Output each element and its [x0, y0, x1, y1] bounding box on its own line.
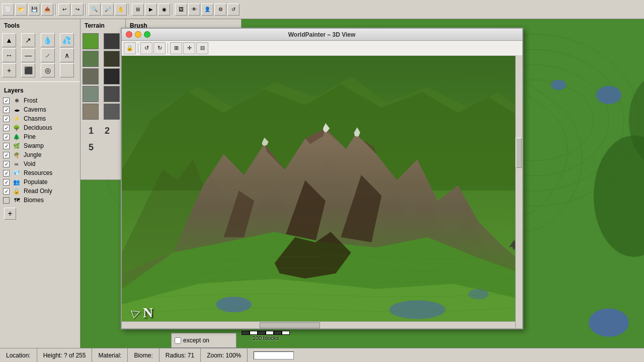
undo-btn[interactable]: ↩	[58, 4, 70, 16]
terrain-tile-grass[interactable]	[83, 33, 99, 49]
deciduous-checkbox[interactable]: ✓	[3, 125, 10, 131]
target-tool[interactable]: ◎	[41, 63, 55, 77]
terrain-tile-dark[interactable]	[104, 33, 120, 49]
player-btn[interactable]: 👤	[201, 4, 213, 16]
origin-btn[interactable]: ◉	[158, 4, 170, 16]
layer-biomes[interactable]: 🗺 Biomes	[0, 196, 80, 205]
pan-btn[interactable]: ✋	[115, 4, 127, 16]
slope-tool[interactable]: ⟋	[41, 48, 55, 62]
refresh-btn[interactable]: ↺	[227, 4, 239, 16]
zoom-out-icon: 🔎	[105, 7, 111, 12]
top-toolbar: ⬜ 📂 💾 📤 ↩ ↪ 🔍 🔎 ✋ ⊞ ▶ ◉ 🖼 👁 👤	[0, 0, 644, 19]
view-btn[interactable]: 🖼	[175, 4, 187, 16]
layer-jungle[interactable]: ✓ 🌴 Jungle	[0, 150, 80, 159]
render-btn[interactable]: ▶	[145, 4, 157, 16]
frost-checkbox[interactable]: ✓	[3, 98, 10, 104]
layer-frost[interactable]: ✓ ❄ Frost	[0, 96, 80, 105]
window-maximize-btn[interactable]	[144, 31, 150, 38]
terrain-tile-darkrock[interactable]	[104, 51, 120, 67]
raise-tool[interactable]: ▲	[2, 33, 16, 47]
vertical-scrollbar[interactable]	[515, 56, 522, 328]
preview-btn[interactable]: 👁	[188, 4, 200, 16]
terrain-tile-darkstone[interactable]	[104, 68, 120, 84]
terrain-num-1[interactable]: 1	[85, 124, 98, 138]
zoom-in-btn[interactable]: 🔍	[89, 4, 101, 16]
reset-view-btn[interactable]: ↺	[140, 42, 152, 54]
layer-chasms[interactable]: ✓ ⚡ Chasms	[0, 114, 80, 123]
rotate-view-btn[interactable]: ↻	[153, 42, 166, 54]
terrain-tile-sand[interactable]	[83, 104, 99, 120]
window-minimize-btn[interactable]	[135, 31, 141, 38]
layers-view-btn[interactable]: ⊟	[196, 42, 208, 54]
new-btn[interactable]: ⬜	[2, 4, 14, 16]
horizontal-scrollbar[interactable]	[122, 321, 515, 328]
resources-checkbox[interactable]: ✓	[3, 170, 10, 176]
scale-block-3	[258, 331, 266, 335]
raise-smooth-tool[interactable]: ↗	[21, 33, 35, 47]
status-bar: Location: Height: ? of 255 Material: Bio…	[0, 348, 644, 362]
open-btn[interactable]: 📂	[15, 4, 27, 16]
layer-pine[interactable]: ✓ 🌲 Pine	[0, 132, 80, 141]
lock-btn[interactable]: 🔒	[124, 42, 136, 54]
paint-alt-tool[interactable]: 💦	[60, 33, 74, 47]
jungle-checkbox[interactable]: ✓	[3, 152, 10, 158]
scrollbar-thumb[interactable]	[516, 138, 522, 168]
terrain-tile-cobble2[interactable]	[104, 104, 120, 120]
terrain-tile-cobble[interactable]	[104, 86, 120, 102]
paint-icon: 💧	[43, 36, 52, 44]
layer-readonly[interactable]: ✓ 🔒 Read Only	[0, 187, 80, 196]
hscrollbar-thumb[interactable]	[260, 322, 320, 328]
swamp-checkbox[interactable]: ✓	[3, 143, 10, 149]
compass-arrow-icon: ▷	[130, 305, 142, 320]
layer-swamp[interactable]: ✓ 🌿 Swamp	[0, 141, 80, 150]
layer-caverns[interactable]: ✓ 🕳 Caverns	[0, 105, 80, 114]
readonly-checkbox[interactable]: ✓	[3, 188, 10, 195]
zoom-out-btn[interactable]: 🔎	[102, 4, 114, 16]
redo-btn[interactable]: ↪	[71, 4, 84, 16]
chasms-checkbox[interactable]: ✓	[3, 116, 10, 122]
smooth-tool[interactable]: —	[21, 48, 35, 62]
paint-tool[interactable]: 💧	[41, 33, 55, 47]
terrain-tile-gravel[interactable]	[83, 68, 99, 84]
wtb-sep2	[168, 43, 168, 53]
window-titlebar[interactable]: WorldPainter – 3D View	[122, 29, 522, 41]
layer-populate[interactable]: ✓ 👥 Populate	[0, 177, 80, 187]
jungle-label: Jungle	[24, 151, 41, 158]
window-close-btn[interactable]	[126, 31, 132, 38]
caverns-label: Caverns	[24, 106, 46, 113]
save-btn[interactable]: 💾	[28, 4, 40, 16]
select-tool[interactable]: ⬛	[21, 63, 35, 77]
tools-grid: ▲ ↗ 💧 💦 ↔ — ⟋ ∧ + ⬛ ◎	[0, 31, 80, 79]
settings-btn[interactable]: ⚙	[214, 4, 226, 16]
void-checkbox[interactable]: ✓	[3, 161, 10, 167]
terrain-num-5[interactable]: 5	[85, 140, 121, 155]
biome-section: Biome:	[128, 348, 159, 362]
center-btn[interactable]: ✛	[183, 42, 195, 54]
add-layer-button[interactable]: +	[4, 208, 16, 220]
zoom-input[interactable]	[254, 351, 294, 359]
caverns-checkbox[interactable]: ✓	[3, 107, 10, 113]
ridge-tool[interactable]: ∧	[60, 48, 74, 62]
layers-title: Layers	[0, 84, 80, 96]
grid-view-btn[interactable]: ⊞	[170, 42, 182, 54]
layer-void[interactable]: ✓ ∞ Void	[0, 159, 80, 168]
add-tool[interactable]: +	[2, 63, 16, 77]
sep3	[129, 4, 130, 15]
layer-resources[interactable]: ✓ 💎 Resources	[0, 168, 80, 177]
window-viewport[interactable]: ▷ N	[122, 56, 522, 328]
pine-checkbox[interactable]: ✓	[3, 134, 10, 140]
export-btn[interactable]: 📤	[41, 4, 53, 16]
raise-icon: ▲	[6, 36, 13, 44]
layer-deciduous[interactable]: ✓ 🌳 Deciduous	[0, 123, 80, 132]
pan-icon: ✋	[118, 7, 124, 12]
grid-btn[interactable]: ⊞	[132, 4, 144, 16]
except-checkbox[interactable]	[175, 337, 181, 344]
terrain-tile-stone[interactable]	[83, 86, 99, 102]
terrain-tile-grass2[interactable]	[83, 51, 99, 67]
biomes-checkbox[interactable]	[3, 197, 10, 204]
terrain-num-2[interactable]: 2	[101, 124, 114, 138]
terrain-3d-svg	[122, 56, 522, 328]
flatten-tool[interactable]: ↔	[2, 48, 16, 62]
populate-checkbox[interactable]: ✓	[3, 179, 10, 186]
terrain-numbers: 1 2	[80, 122, 125, 140]
